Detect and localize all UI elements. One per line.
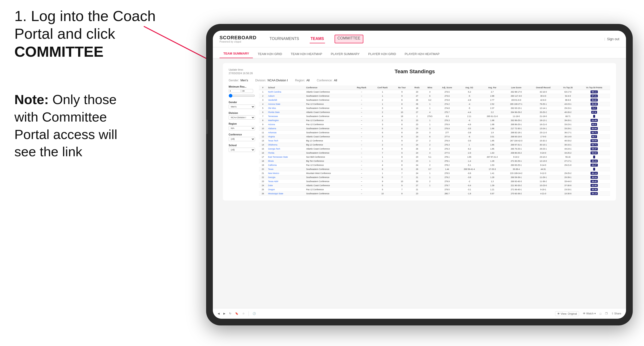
cell-avg-sg: -1.4 — [458, 159, 481, 163]
cell-rnds: 27 — [410, 110, 424, 114]
cell-school: Washington — [267, 118, 305, 122]
toolbar-forward[interactable]: ▶ — [223, 312, 225, 315]
table-row: 18IllinoisBig Ten Conference–18231279.1-… — [259, 159, 610, 163]
cell-conference: Atlantic Coast Conference — [305, 183, 351, 187]
cell-conference: Sun Belt Conference — [305, 155, 351, 159]
toolbar-back[interactable]: ◀ — [218, 312, 220, 315]
cell-vs-top50-pts: 63.49 — [578, 118, 610, 122]
cell-no-tour: 10 — [393, 110, 410, 114]
cell-adj-score: 275.7 — [436, 110, 458, 114]
cell-conference: Southeastern Conference — [305, 114, 351, 118]
cell-no-tour: 9 — [393, 139, 410, 143]
cell-avg-sg: -3.5 — [458, 139, 481, 143]
sub-tabs: TEAM SUMMARY TEAM H2H GRID TEAM H2H HEAT… — [213, 47, 626, 58]
cell-overall-record: 8-14-0 — [529, 163, 558, 167]
cell-vs-top50-pts: 35.13 — [578, 191, 610, 195]
cell-rank: 8 — [259, 118, 267, 122]
instruction-area: 1. Log into the Coach Portal and click C… — [14, 7, 192, 65]
cell-conf-rank: 3 — [372, 135, 393, 139]
min-rounds-min-input[interactable] — [229, 89, 241, 93]
cell-reg-rank: – — [351, 102, 372, 106]
cell-conf-rank: 1 — [372, 139, 393, 143]
cell-vs-top25 — [558, 167, 578, 171]
standings-table: # School Conference Reg Rank Conf Rank N… — [259, 85, 610, 196]
nav-committee[interactable]: COMMITTEE — [334, 35, 363, 43]
cell-conf-rank: 4 — [372, 163, 393, 167]
cell-no-tour: 18 — [393, 114, 410, 118]
cell-vs-top25: 39-20-1 — [558, 118, 578, 122]
sidebar-division-select[interactable]: NCAA Division I — [229, 115, 255, 120]
min-rounds-max-input[interactable] — [241, 89, 253, 93]
col-wins: Wins — [424, 85, 436, 90]
cell-conference: Southeastern Conference — [305, 151, 351, 155]
nav-teams[interactable]: TEAMS — [310, 35, 325, 43]
cell-vs-top25: 44-24-1 — [558, 147, 578, 151]
cell-no-tour: 8 — [393, 191, 410, 195]
sidebar-conference-select[interactable]: (All) — [229, 137, 255, 141]
cell-low-score: 221 90-33-2 — [504, 183, 529, 187]
sidebar-region-select[interactable]: N/A — [229, 126, 255, 130]
tab-player-h2h-heatmap[interactable]: PLAYER H2H HEATMAP — [401, 50, 443, 58]
cell-school: Ole Miss — [267, 106, 305, 110]
cell-conference: Pac-12 Conference — [305, 187, 351, 191]
cell-conference: Southeastern Conference — [305, 191, 351, 195]
cell-school: Florida — [267, 151, 305, 155]
cell-vs-top50-pts — [578, 167, 610, 171]
instruction-text: Log into the Coach Portal and click — [14, 8, 156, 42]
expand-button[interactable]: ❐ — [605, 312, 608, 315]
cell-conference: Atlantic Coast Conference — [305, 90, 351, 94]
col-conf-rank: Conf Rank — [372, 85, 393, 90]
toolbar-reload[interactable]: ↻ — [229, 312, 231, 315]
cell-wins: 4 — [424, 110, 436, 114]
tab-team-h2h-heatmap[interactable]: TEAM H2H HEATMAP — [287, 50, 326, 58]
cell-no-tour: 8 — [393, 126, 410, 130]
toolbar-clock[interactable]: 🕐 — [252, 312, 256, 315]
cell-rank: 9 — [259, 122, 267, 126]
sidebar-school-select[interactable]: (All) — [229, 148, 255, 152]
cell-wins: 4 — [424, 151, 436, 155]
tab-player-summary[interactable]: PLAYER SUMMARY — [327, 50, 363, 58]
speech-button[interactable]: □ — [600, 312, 601, 315]
cell-adj-score: 277.5 — [436, 151, 458, 155]
nav-tournaments[interactable]: TOURNAMENTS — [268, 35, 300, 43]
cell-school: Georgia Tech — [267, 147, 305, 151]
cell-rnds: 26 — [410, 102, 424, 106]
cell-reg-rank: – — [351, 163, 372, 167]
cell-adj-score: 280.7 — [436, 191, 458, 195]
toolbar-bookmark[interactable]: ☆ — [242, 312, 245, 315]
sign-out-button[interactable]: Sign out — [607, 37, 619, 41]
min-rounds-slider[interactable] — [229, 94, 255, 98]
toolbar-add[interactable]: 🔖 — [235, 312, 238, 315]
cell-rnds: 26 — [410, 98, 424, 102]
watch-button[interactable]: 👁 Watch ▾ — [583, 312, 596, 315]
cell-no-tour: 8 — [393, 130, 410, 135]
tab-team-h2h-grid[interactable]: TEAM H2H GRID — [254, 50, 286, 58]
cell-avg-par: 1.9 — [481, 130, 504, 135]
cell-wins: 1 — [424, 106, 436, 110]
cell-vs-top50-pts: 60.71 — [578, 130, 610, 135]
tab-team-summary[interactable]: TEAM SUMMARY — [220, 49, 253, 58]
cell-overall-record: 11-38-2 — [529, 179, 558, 183]
tab-player-h2h-grid[interactable]: PLAYER H2H GRID — [364, 50, 400, 58]
cell-avg-par: 1.85 — [481, 139, 504, 143]
cell-reg-rank: – — [351, 167, 372, 171]
cell-low-score: 258 80-25-2 — [504, 151, 529, 155]
content-card: Update time: 27/03/2024 16:56:26 Team St… — [223, 63, 616, 200]
cell-adj-score: 276.9 — [436, 139, 458, 143]
table-row: 13Texas TechBig 12 Conference–19272276.9… — [259, 139, 610, 143]
cell-avg-sg: -1.8 — [458, 191, 481, 195]
share-button[interactable]: ⇧ Share — [612, 312, 621, 315]
cell-vs-top50-pts: 38.38 — [578, 187, 610, 191]
cell-vs-top25: 29-25-2 — [558, 171, 578, 175]
view-original-button[interactable]: 👁 View: Original — [555, 311, 579, 316]
cell-rank: 24 — [259, 183, 267, 187]
cell-low-score: 215 109-24-2 — [504, 171, 529, 175]
cell-low-score: 269 92-40-3 — [504, 179, 529, 183]
sidebar-gender-select[interactable]: Men's — [229, 105, 255, 109]
cell-conf-rank: 6 — [372, 130, 393, 135]
cell-vs-top50-pts: 67.9 — [578, 110, 610, 114]
cell-low-score: 265 100-27-1 — [504, 102, 529, 106]
app-navbar: SCOREBOARD Powered by clippd TOURNAMENTS… — [213, 31, 626, 47]
cell-vs-top25: 63-17-0 — [558, 90, 578, 94]
cell-no-tour: 4 — [393, 143, 410, 147]
